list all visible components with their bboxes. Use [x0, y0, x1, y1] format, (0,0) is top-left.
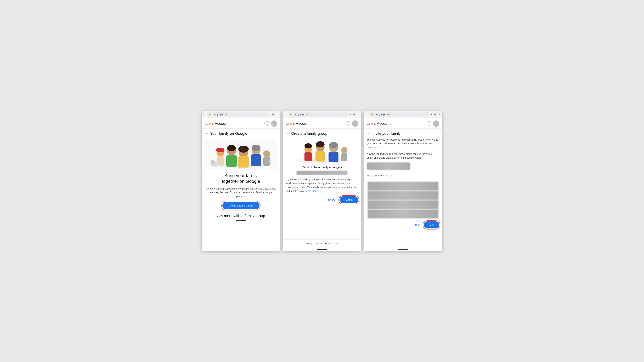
avatar-image-3: [433, 120, 439, 127]
header-icons-1: ?: [264, 120, 277, 127]
avatar-2[interactable]: [352, 120, 358, 127]
svg-point-18: [223, 164, 226, 167]
contact-item-2[interactable]: [368, 191, 438, 200]
help-button-3[interactable]: ?: [426, 121, 431, 126]
svg-point-7: [227, 145, 236, 151]
cancel-button-2[interactable]: Cancel: [328, 198, 336, 201]
logo-account-text-3: Account: [376, 121, 390, 126]
screen2-content: ← Create a family group: [283, 129, 361, 239]
email-input-3[interactable]: [367, 172, 439, 179]
tabs-icon-3[interactable]: ⊞: [434, 113, 436, 116]
logo-g2-2: g: [291, 122, 292, 125]
browser-actions-2: + ⊞ ⋮: [350, 113, 360, 116]
avatar-image-2: [352, 120, 358, 127]
url-text-2: ount.google.com: [293, 113, 309, 116]
about-link-2[interactable]: About: [333, 242, 339, 245]
svg-point-19: [269, 160, 271, 163]
url-bar-1[interactable]: 🔒 ount.google.com: [206, 112, 267, 117]
url-text-1: ount.google.com: [212, 113, 228, 116]
logo-e-1: e: [212, 122, 214, 125]
new-tab-icon-2[interactable]: +: [350, 113, 351, 116]
svg-point-14: [263, 150, 270, 157]
google-header-2: Google Account ?: [283, 118, 361, 129]
confirm-button-2[interactable]: Confirm: [340, 196, 358, 203]
logo-g2-1: g: [210, 122, 212, 125]
logo-o2-3: o: [370, 122, 372, 125]
page-title-2: Create a family group: [291, 131, 327, 136]
svg-point-17: [210, 160, 215, 164]
url-bar-2[interactable]: 🔒 ount.google.com: [288, 112, 348, 117]
bottom-bar-3: [398, 249, 408, 250]
page-title-row-3: ← Invite your family: [367, 129, 439, 138]
browser-bar-1: ⌂ 🔒 ount.google.com + ⊞ ⋮: [202, 111, 280, 118]
back-button-3[interactable]: ←: [367, 131, 370, 136]
logo-g2-3: g: [372, 122, 374, 125]
header-icons-2: ?: [346, 120, 358, 127]
bottom-bar-1: [236, 220, 246, 221]
svg-point-30: [341, 147, 348, 153]
family-svg-2: [289, 138, 355, 164]
screen1-content: ← Your family on Google: [202, 129, 280, 251]
google-header-3: Google Account ?: [364, 118, 442, 129]
svg-point-10: [238, 146, 249, 153]
new-tab-icon-3[interactable]: +: [431, 113, 432, 116]
send-button-3[interactable]: Send: [424, 221, 439, 228]
main-heading-1: Bring your familytogether on Google: [205, 173, 277, 185]
avatar-image-1: [271, 120, 277, 127]
more-icon-3[interactable]: ⋮: [438, 113, 441, 116]
svg-rect-12: [251, 154, 261, 166]
ready-heading-2: Ready to be a family manager?: [286, 166, 358, 169]
bottom-bar-2: [317, 249, 327, 250]
contact-item-4[interactable]: [368, 210, 438, 219]
browser-actions-1: + ⊞ ⋮: [268, 113, 278, 116]
terms-link-2[interactable]: Terms: [316, 242, 322, 245]
back-button-2[interactable]: ←: [286, 131, 290, 136]
svg-rect-4: [216, 149, 224, 152]
blurred-avatar-3: [367, 162, 410, 170]
tabs-icon-1[interactable]: ⊞: [272, 113, 274, 116]
new-tab-icon-1[interactable]: +: [268, 113, 270, 116]
logo-o2-1: o: [208, 122, 210, 125]
logo-account-text-1: Account: [214, 121, 228, 126]
family-illustration-2: [286, 138, 358, 164]
more-icon-2[interactable]: ⋮: [357, 113, 360, 116]
home-icon-3[interactable]: ⌂: [366, 113, 367, 116]
help-button-1[interactable]: ?: [264, 121, 269, 126]
home-icon-1[interactable]: ⌂: [203, 113, 205, 116]
create-family-group-button[interactable]: Create a family group: [222, 202, 259, 209]
scroll-arrow-icon: ↓: [435, 212, 437, 217]
logo-e-3: e: [374, 122, 376, 125]
learn-more-link-3[interactable]: Learn more ⓘ: [367, 146, 382, 149]
page-title-row-1: ← Your family on Google: [205, 129, 277, 138]
page-title-1: Your family on Google: [210, 131, 247, 136]
description-text-2: If you create a family group, you'll bec…: [286, 178, 358, 193]
contact-item-1[interactable]: [368, 182, 438, 191]
tabs-icon-2[interactable]: ⊞: [353, 113, 355, 116]
privacy-link-2[interactable]: Privacy: [305, 242, 312, 245]
avatar-3[interactable]: [433, 120, 439, 127]
home-icon-2[interactable]: ⌂: [284, 113, 286, 116]
google-logo-2: Google Account: [286, 121, 310, 126]
learn-more-link-2[interactable]: Learn more ⓘ: [305, 190, 320, 192]
get-more-heading-1: Get more with a family group: [205, 214, 277, 219]
page-title-3: Invite your family: [372, 131, 401, 136]
svg-point-29: [329, 142, 338, 148]
screen3-content: ← Invite your family You can invite up t…: [364, 129, 442, 248]
contact-item-3[interactable]: [368, 200, 438, 209]
sub-text-1: Create a family group with up to 6 peopl…: [205, 187, 277, 198]
url-text-3: ount.google.com: [374, 113, 390, 116]
svg-rect-28: [328, 152, 338, 162]
help-button-2[interactable]: ?: [346, 121, 350, 126]
google-header-1: Google Account ?: [202, 118, 280, 129]
google-logo-3: Google Account: [367, 121, 390, 126]
blurred-name-2: [296, 171, 347, 175]
back-button-1[interactable]: ←: [205, 131, 208, 136]
invite-description-2: Anyone you invite to join your family gr…: [367, 152, 439, 160]
url-bar-3[interactable]: 🔒 ount.google.com: [368, 112, 429, 117]
screen3-phone: ⌂ 🔒 ount.google.com + ⊞ ⋮ Google Account…: [364, 111, 442, 252]
more-icon-1[interactable]: ⋮: [276, 113, 278, 116]
avatar-1[interactable]: [271, 120, 277, 127]
family-illustration-1: [205, 139, 277, 170]
help-link-2[interactable]: Help: [325, 242, 330, 245]
skip-button-3[interactable]: Skip: [415, 224, 420, 226]
